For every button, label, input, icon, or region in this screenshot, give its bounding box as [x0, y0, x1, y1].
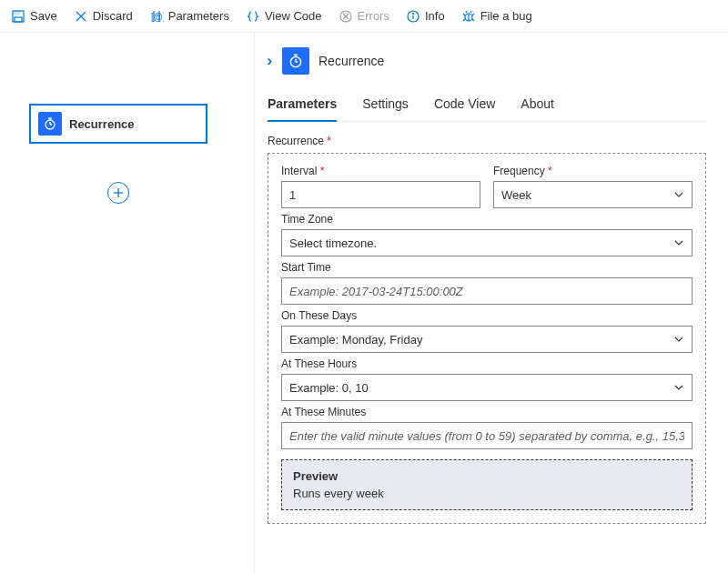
collapse-button[interactable]: ››: [268, 53, 273, 69]
timezone-value: Select timezone.: [289, 236, 377, 250]
errors-label: Errors: [358, 9, 389, 23]
tab-about[interactable]: About: [521, 91, 554, 121]
recurrence-section-label: Recurrence: [268, 135, 706, 147]
details-panel: ›› Recurrence Parameters Settings Code V…: [255, 33, 728, 573]
parameters-button[interactable]: [@] Parameters: [149, 9, 229, 24]
panel-title: Recurrence: [318, 54, 384, 68]
node-title: Recurrence: [69, 117, 135, 131]
timezone-label: Time Zone: [281, 213, 693, 226]
svg-point-11: [412, 13, 413, 14]
file-bug-label: File a bug: [480, 9, 532, 23]
svg-text:[@]: [@]: [151, 12, 164, 22]
svg-line-17: [472, 19, 474, 21]
chevron-down-icon: [673, 334, 684, 345]
panel-recurrence-icon: [282, 47, 309, 75]
canvas: Recurrence: [0, 33, 255, 573]
timezone-select[interactable]: Select timezone.: [281, 229, 693, 256]
save-label: Save: [30, 9, 57, 23]
svg-line-16: [463, 19, 465, 21]
errors-button: Errors: [339, 9, 389, 24]
parameters-icon: [@]: [149, 9, 164, 24]
tab-settings[interactable]: Settings: [362, 91, 409, 121]
add-step-button[interactable]: [107, 182, 129, 204]
svg-rect-2: [15, 17, 22, 22]
toolbar: Save Discard [@] Parameters View Code Er…: [0, 0, 728, 33]
save-icon: [11, 9, 25, 24]
view-code-label: View Code: [265, 9, 322, 23]
on-days-label: On These Days: [281, 309, 693, 322]
interval-input[interactable]: [281, 181, 480, 208]
start-time-input[interactable]: [281, 277, 693, 305]
tab-parameters[interactable]: Parameters: [268, 91, 337, 122]
chevron-down-icon: [673, 382, 684, 393]
svg-line-18: [466, 11, 467, 13]
svg-line-19: [470, 11, 471, 13]
info-label: Info: [425, 9, 445, 23]
frequency-label: Frequency: [493, 165, 693, 177]
at-minutes-label: At These Minutes: [281, 406, 693, 418]
tab-code-view[interactable]: Code View: [434, 91, 495, 121]
frequency-select[interactable]: Week: [493, 181, 693, 208]
info-button[interactable]: Info: [406, 9, 445, 24]
errors-icon: [339, 9, 353, 24]
preview-box: Preview Runs every week: [281, 459, 693, 510]
frequency-value: Week: [501, 188, 531, 202]
svg-line-14: [463, 14, 465, 15]
file-bug-button[interactable]: File a bug: [461, 9, 532, 24]
plus-icon: [113, 187, 124, 198]
recurrence-node[interactable]: Recurrence: [29, 104, 207, 144]
at-hours-value: Example: 0, 10: [289, 381, 369, 395]
bug-icon: [461, 9, 476, 24]
preview-title: Preview: [293, 469, 681, 483]
tabs: Parameters Settings Code View About: [268, 91, 706, 122]
at-minutes-input[interactable]: [281, 422, 693, 449]
interval-label: Interval: [281, 165, 480, 177]
discard-label: Discard: [93, 9, 133, 23]
discard-button[interactable]: Discard: [74, 9, 133, 24]
preview-text: Runs every week: [293, 487, 681, 500]
parameters-label: Parameters: [168, 9, 229, 23]
view-code-icon: [246, 9, 260, 24]
info-icon: [406, 9, 420, 24]
svg-line-15: [472, 14, 474, 15]
chevron-down-icon: [673, 237, 684, 248]
on-days-select[interactable]: Example: Monday, Friday: [281, 326, 693, 353]
save-button[interactable]: Save: [11, 9, 57, 24]
view-code-button[interactable]: View Code: [246, 9, 322, 24]
at-hours-select[interactable]: Example: 0, 10: [281, 374, 693, 401]
chevron-down-icon: [673, 189, 684, 200]
recurrence-icon: [38, 112, 62, 136]
svg-rect-1: [15, 11, 20, 15]
at-hours-label: At These Hours: [281, 357, 693, 370]
on-days-value: Example: Monday, Friday: [289, 333, 422, 347]
discard-icon: [74, 9, 88, 24]
start-time-label: Start Time: [281, 261, 693, 274]
recurrence-fieldset: Interval Frequency Week Time Zone Select…: [268, 153, 706, 524]
